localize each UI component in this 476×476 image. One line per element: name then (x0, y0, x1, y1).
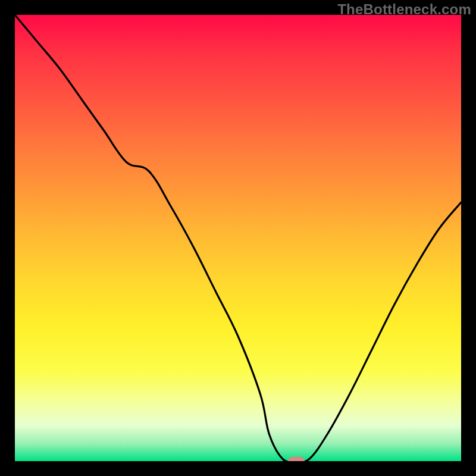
optimum-marker (288, 457, 305, 461)
bottleneck-curve (15, 15, 461, 461)
watermark-text: TheBottleneck.com (337, 1, 471, 18)
chart-container: TheBottleneck.com (0, 0, 476, 476)
plot-area (15, 15, 461, 461)
